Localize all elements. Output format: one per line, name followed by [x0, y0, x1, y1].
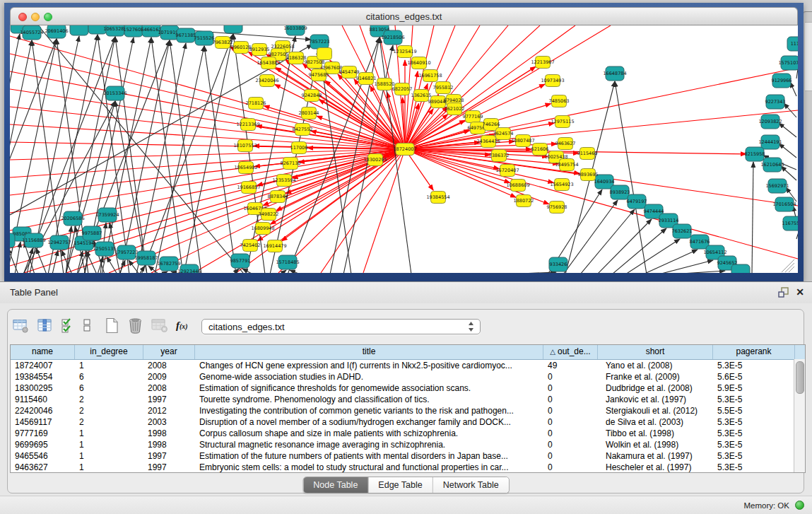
network-window-titlebar[interactable]: citations_edges.txt	[10, 7, 798, 25]
network-node-9463627[interactable]: 9463627	[555, 138, 576, 150]
network-node-16648784[interactable]: 16648784	[603, 66, 626, 81]
network-node-17016504[interactable]: 17016504	[772, 197, 796, 211]
network-node-16210643[interactable]: 16210643	[760, 158, 784, 172]
network-node-7955812[interactable]: 7955812	[433, 82, 454, 94]
table-row[interactable]: 1830029562008Estimation of significance …	[11, 382, 805, 394]
network-node-9756928[interactable]: 9756928	[547, 201, 567, 214]
network-node[interactable]	[317, 48, 332, 60]
network-node-20153346[interactable]: 20153346	[103, 86, 126, 100]
table-selector[interactable]: citations_edges.txt	[201, 319, 481, 334]
network-node-8912935[interactable]: 8912935	[249, 44, 270, 56]
network-node-9777169[interactable]: 9777169	[463, 111, 483, 123]
network-node-12975115[interactable]: 12975115	[551, 116, 574, 128]
network-node-8960128[interactable]: 8960128	[231, 42, 252, 54]
network-node-2718126[interactable]: 2718126	[246, 98, 266, 110]
resize-grip-icon[interactable]	[782, 259, 794, 272]
memory-status-dot-icon[interactable]	[795, 501, 804, 510]
network-node-15654923[interactable]: 15654923	[550, 179, 573, 191]
network-node-20691406[interactable]: 20691406	[45, 25, 68, 38]
network-node[interactable]	[731, 264, 750, 273]
table-row[interactable]: 969969511998Structural magnetic resonanc…	[11, 439, 805, 450]
tab-edge-table[interactable]: Edge Table	[368, 477, 433, 493]
network-node[interactable]	[10, 233, 15, 247]
network-node-1621022[interactable]: 1621022	[445, 103, 465, 115]
network-node-9129966[interactable]: 9129966	[772, 74, 792, 88]
network-node-16033809[interactable]: 16033809	[283, 25, 307, 35]
network-node-15692971[interactable]: 15692971	[765, 179, 789, 193]
network-node-8215958[interactable]: 8215958	[745, 147, 765, 161]
show-columns-button[interactable]	[37, 316, 53, 334]
table-row[interactable]: 946554611997Estimation of the future num…	[11, 450, 805, 462]
network-node-12942757[interactable]: 12942757	[47, 235, 71, 250]
network-node-7515526[interactable]: 7515526	[194, 31, 215, 45]
network-node-6822057[interactable]: 6822057	[392, 83, 413, 95]
network-node-7425402[interactable]: 7425402	[240, 240, 261, 252]
network-node-621606[interactable]: 621606	[531, 144, 549, 156]
network-node-1880722[interactable]: 1880722	[514, 195, 534, 207]
network-node-8267130[interactable]: 8267130	[281, 158, 301, 170]
network-node-8878344[interactable]: 8878344	[268, 191, 288, 203]
network-node-12923446[interactable]: 12923446	[177, 264, 201, 273]
network-node-15718485[interactable]: 15718485	[276, 255, 299, 269]
delete-columns-button[interactable]	[127, 316, 143, 334]
new-column-button[interactable]	[105, 316, 119, 334]
rows-button[interactable]	[83, 316, 91, 334]
close-panel-button[interactable]: ✕	[794, 286, 806, 298]
table-row[interactable]: 1456911722003Disruption of a novel membe…	[11, 416, 805, 428]
network-node-1167553[interactable]: 1167553	[782, 216, 798, 230]
network-node-17359924[interactable]: 17359924	[95, 208, 119, 222]
network-node-15751074[interactable]: 15751074	[778, 56, 798, 70]
network-node-11156889[interactable]: 11156889	[22, 233, 45, 247]
network-node-18654982[interactable]: 18654982	[234, 162, 257, 174]
column-header-title[interactable]: title	[195, 345, 543, 359]
network-node-7386372[interactable]: 7386372	[489, 150, 510, 162]
table-row[interactable]: 2242004622012Investigating the contribut…	[11, 405, 805, 416]
network-node-12444191[interactable]: 12444191	[758, 135, 782, 149]
column-header-short[interactable]: short	[598, 345, 713, 359]
network-node-12505135[interactable]: 12505135	[93, 242, 116, 256]
network-node-7632621[interactable]: 7632621	[672, 224, 693, 238]
network-node-9242848[interactable]: 9242848	[302, 90, 322, 102]
float-panel-button[interactable]	[777, 286, 791, 299]
column-header-year[interactable]: year	[143, 345, 195, 359]
network-node-8186328[interactable]: 8186328	[286, 52, 307, 64]
column-header-pagerank[interactable]: pagerank	[713, 345, 795, 359]
network-node-6479197[interactable]: 6479197	[627, 194, 647, 209]
network-node-12093822[interactable]: 12093822	[758, 115, 782, 129]
network-node-117006[interactable]: 117006	[290, 142, 308, 154]
column-header-out_de[interactable]: △out_de...	[543, 345, 598, 359]
table-scrollbar[interactable]	[794, 359, 805, 472]
delete-table-button[interactable]	[151, 316, 168, 334]
network-node-8427552[interactable]: 8427552	[293, 124, 313, 136]
network-canvas[interactable]: 1872400714055724206914061065328715276026…	[10, 25, 798, 273]
scrollbar-thumb[interactable]	[796, 361, 804, 394]
network-node-1112[interactable]: 1112	[787, 37, 798, 51]
network-node-8938923[interactable]: 8938923	[610, 185, 630, 199]
table-row[interactable]: 1872400712008Changes of HCN gene express…	[11, 360, 805, 371]
network-node[interactable]	[70, 25, 88, 35]
network-node-12213967[interactable]: 12213967	[531, 57, 554, 69]
network-node-2803144[interactable]: 2803144	[299, 107, 319, 119]
select-mode-button[interactable]	[61, 316, 75, 334]
network-node-15720407[interactable]: 15720407	[495, 165, 519, 177]
network-node-19958187[interactable]: 19958187	[134, 251, 158, 265]
column-header-in_degree[interactable]: in_degree	[75, 345, 143, 359]
network-node-9227343[interactable]: 9227343	[765, 95, 786, 109]
network-node-9857791[interactable]: 9857791	[230, 254, 251, 268]
network-node-20206586[interactable]: 20206586	[61, 211, 84, 226]
network-node-19218506[interactable]: 19218506	[381, 30, 404, 45]
network-node-7963822[interactable]: 7963822	[213, 37, 233, 49]
network-node[interactable]	[224, 25, 242, 33]
tab-network-table[interactable]: Network Table	[433, 477, 509, 493]
network-node-933426[interactable]: 933426	[549, 257, 567, 271]
network-node-9975887[interactable]: 9975887	[82, 226, 102, 240]
table-row[interactable]: 977716911998Corpus callosum shape and si…	[11, 428, 805, 439]
table-options-button[interactable]	[13, 316, 29, 334]
network-node-9146821[interactable]: 9146821	[356, 73, 377, 85]
table-row[interactable]: 1938455462009Genome-wide association stu…	[11, 371, 805, 382]
network-node-9115460[interactable]: 9115460	[577, 148, 598, 160]
column-header-name[interactable]: name	[11, 345, 75, 359]
table-row[interactable]: 911546021997Tourette syndrome. Phenomeno…	[11, 394, 805, 405]
network-node-9893695[interactable]: 9893695	[578, 169, 599, 181]
network-node-19384554[interactable]: 19384554	[426, 192, 449, 204]
